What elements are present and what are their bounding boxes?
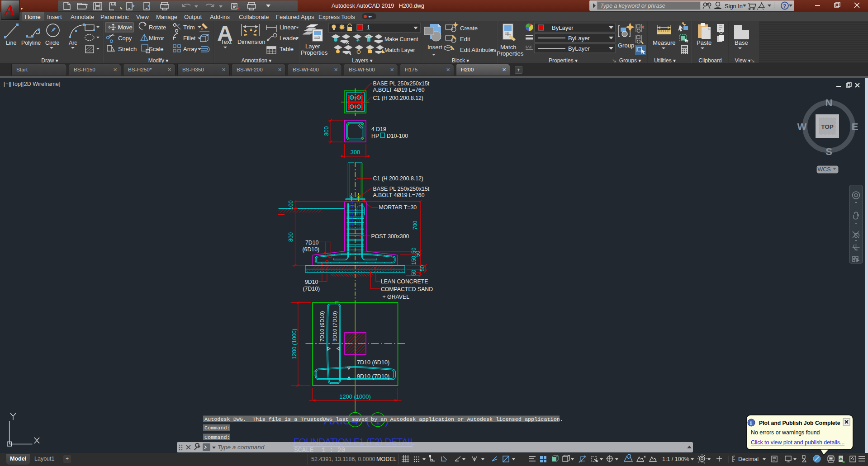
svg-text:Trim: Trim xyxy=(183,24,195,31)
svg-text:Scale: Scale xyxy=(149,46,164,52)
svg-text:Table: Table xyxy=(280,46,294,52)
svg-text:Decimal: Decimal xyxy=(738,456,759,462)
svg-text:No errors or warnings found: No errors or warnings found xyxy=(751,429,820,436)
svg-text:COMPACTED SAND: COMPACTED SAND xyxy=(381,286,433,292)
svg-text:ByLayer: ByLayer xyxy=(568,35,590,42)
svg-text:Edit Attributes: Edit Attributes xyxy=(460,47,497,53)
svg-text:Make Current: Make Current xyxy=(384,36,418,42)
svg-text:Mirror: Mirror xyxy=(149,35,165,42)
svg-text:Polyline: Polyline xyxy=(21,40,41,46)
svg-text:C1 (H 200.200.8.12): C1 (H 200.200.8.12) xyxy=(373,175,423,182)
svg-text:9D10 (7D10): 9D10 (7D10) xyxy=(357,373,389,380)
svg-text:7D10: 7D10 xyxy=(305,240,319,246)
svg-text:Type a keyword or phrase: Type a keyword or phrase xyxy=(600,3,665,9)
svg-text:1: 1 xyxy=(367,24,370,31)
svg-text:Paste: Paste xyxy=(697,39,711,46)
svg-text:Command:: Command: xyxy=(204,425,230,431)
svg-text:Sign In: Sign In xyxy=(725,3,743,9)
svg-text:Rotate: Rotate xyxy=(149,24,166,31)
svg-text:Arc: Arc xyxy=(69,40,77,46)
svg-text:Fillet: Fillet xyxy=(183,35,196,42)
svg-text:Move: Move xyxy=(118,24,133,31)
svg-text:W: W xyxy=(797,121,807,132)
svg-text:BASE PL 250x250x15t: BASE PL 250x250x15t xyxy=(373,80,430,87)
svg-text:BASE PL 250x250x15t: BASE PL 250x250x15t xyxy=(373,186,430,192)
svg-text:WCS: WCS xyxy=(817,166,830,173)
svg-text:1200 (1000): 1200 (1000) xyxy=(291,329,298,359)
svg-text:300: 300 xyxy=(351,149,360,155)
svg-text:Group: Group xyxy=(618,42,634,49)
svg-text:7D10 (6D10): 7D10 (6D10) xyxy=(319,311,325,342)
svg-text:Match Layer: Match Layer xyxy=(384,47,415,53)
svg-text:Properties: Properties xyxy=(301,49,328,56)
svg-text:Measure: Measure xyxy=(653,39,676,46)
svg-text:4 D19: 4 D19 xyxy=(371,126,386,132)
svg-text:Text: Text xyxy=(221,38,232,45)
svg-text:HP: HP xyxy=(371,133,379,139)
svg-text:150: 150 xyxy=(411,256,417,265)
svg-text:Type a command: Type a command xyxy=(218,444,265,451)
svg-text:A.BOLT 4Ø19 L=760: A.BOLT 4Ø19 L=760 xyxy=(373,192,425,198)
svg-text:800: 800 xyxy=(288,232,294,242)
svg-text:A.BOLT 4Ø19 L=760: A.BOLT 4Ø19 L=760 xyxy=(373,87,425,93)
svg-text:S: S xyxy=(825,146,832,157)
svg-text:300: 300 xyxy=(323,126,330,136)
svg-text:100: 100 xyxy=(288,200,294,210)
svg-text:TOP: TOP xyxy=(821,123,834,130)
svg-text:Click to view plot and publish: Click to view plot and publish details..… xyxy=(751,439,844,446)
svg-text:(7D10): (7D10) xyxy=(303,286,320,292)
svg-text:Autodesk DWG. This file is a: Autodesk DWG. This file is a TrustedDWG … xyxy=(204,416,563,423)
svg-text:ByLayer: ByLayer xyxy=(552,24,574,31)
svg-text:Plot and Publish Job Complete: Plot and Publish Job Complete xyxy=(759,420,840,426)
svg-text:A: A xyxy=(4,2,15,19)
svg-text:+ GRAVEL: + GRAVEL xyxy=(383,294,410,300)
svg-text:Properties: Properties xyxy=(497,50,524,57)
svg-text:LEAN CONCRETE: LEAN CONCRETE xyxy=(381,278,428,285)
svg-text:Command:: Command: xyxy=(204,434,230,441)
svg-text:POST 300x300: POST 300x300 xyxy=(371,233,409,240)
svg-text:N: N xyxy=(825,97,833,108)
svg-text:9D10 (7D10): 9D10 (7D10) xyxy=(332,311,338,342)
svg-text:50: 50 xyxy=(419,265,426,272)
svg-text:Stretch: Stretch xyxy=(118,46,137,52)
svg-text:Base: Base xyxy=(735,39,748,46)
svg-text:Edit: Edit xyxy=(460,36,470,42)
svg-text:700: 700 xyxy=(412,221,418,230)
svg-text:50: 50 xyxy=(411,270,417,276)
svg-text:Array: Array xyxy=(183,46,198,52)
svg-text:Dimension: Dimension xyxy=(237,38,265,45)
svg-text:ByLayer: ByLayer xyxy=(568,45,590,52)
svg-text:MORTAR T=30: MORTAR T=30 xyxy=(379,204,417,211)
svg-text:Linear: Linear xyxy=(280,24,296,31)
svg-text:Copy: Copy xyxy=(118,35,132,42)
svg-text:(6D10): (6D10) xyxy=(303,246,320,253)
svg-text:Line: Line xyxy=(6,40,16,46)
svg-text:1:1 / 100%: 1:1 / 100% xyxy=(662,456,689,462)
svg-text:Create: Create xyxy=(460,25,478,32)
svg-text:7D10 (6D10): 7D10 (6D10) xyxy=(357,359,389,366)
svg-text:E: E xyxy=(852,121,859,132)
svg-text:C1 (H 200.200.8.12): C1 (H 200.200.8.12) xyxy=(373,95,423,101)
svg-text:9D10: 9D10 xyxy=(305,279,318,285)
svg-text:D10-100: D10-100 xyxy=(387,133,408,139)
svg-text:Circle: Circle xyxy=(45,40,60,46)
svg-text:Insert: Insert xyxy=(427,44,442,51)
svg-text:Leader: Leader xyxy=(280,35,298,42)
svg-text:?: ? xyxy=(783,3,786,9)
svg-text:1200 (1000): 1200 (1000) xyxy=(339,393,371,400)
